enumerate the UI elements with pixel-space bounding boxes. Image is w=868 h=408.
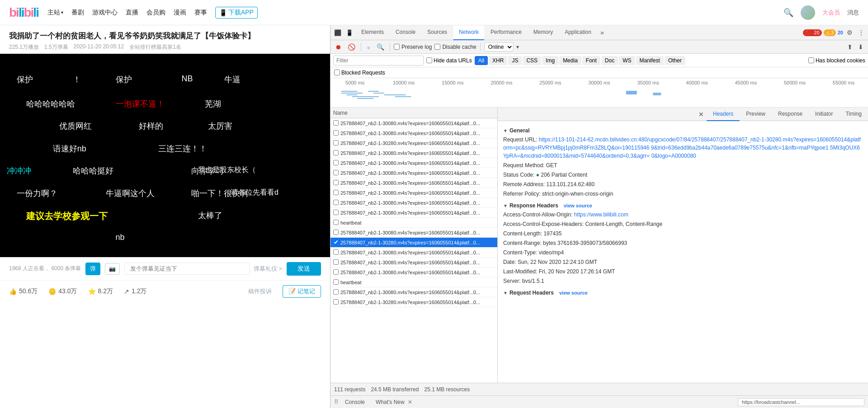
filter-type-media[interactable]: Media bbox=[559, 56, 581, 65]
video-player[interactable]: 保护！保护NB牛逼哈哈哈哈哈哈一泡课不逼！芜湖优质网红好样的太厉害语速好nb三连… bbox=[0, 54, 330, 257]
nav-esports[interactable]: 赛事 bbox=[194, 9, 207, 17]
tab-application[interactable]: Application bbox=[559, 25, 597, 40]
request-checkbox[interactable] bbox=[333, 210, 340, 216]
nav-live[interactable]: 直播 bbox=[126, 9, 138, 17]
request-checkbox[interactable] bbox=[333, 259, 340, 266]
filter-type-other[interactable]: Other bbox=[665, 56, 685, 65]
request-checkbox[interactable] bbox=[333, 279, 340, 286]
request-checkbox[interactable] bbox=[333, 299, 340, 305]
has-blocked-cookies-input[interactable] bbox=[808, 57, 814, 63]
filter-type-font[interactable]: Font bbox=[582, 56, 600, 65]
filter-type-js[interactable]: JS bbox=[508, 56, 522, 65]
request-row[interactable]: 257888407_nb2-1-30080.m4s?expires=160605… bbox=[330, 158, 497, 168]
has-blocked-cookies-checkbox[interactable]: Has blocked cookies bbox=[808, 57, 865, 64]
disable-cache-input[interactable] bbox=[434, 44, 440, 50]
request-checkbox[interactable] bbox=[333, 140, 340, 146]
filter-type-img[interactable]: Img bbox=[542, 56, 558, 65]
danmaku-toggle-button[interactable]: 弹 bbox=[85, 263, 100, 275]
view-source-button[interactable]: view source bbox=[564, 203, 592, 208]
request-row[interactable]: 257888407_nb2-1-30280.m4s?expires=160605… bbox=[330, 297, 497, 307]
danmaku-input[interactable] bbox=[124, 263, 250, 275]
danmaku-setting[interactable]: 弹幕礼仪 > bbox=[254, 265, 282, 273]
request-checkbox[interactable] bbox=[333, 160, 340, 166]
whats-new-close[interactable]: ✕ bbox=[408, 399, 412, 405]
search-network-button[interactable]: 🔍 bbox=[375, 42, 386, 52]
blocked-requests-checkbox[interactable]: Blocked Requests bbox=[334, 70, 385, 76]
hide-data-urls-checkbox[interactable]: Hide data URLs bbox=[426, 57, 472, 64]
nav-shop[interactable]: 会员购 bbox=[146, 9, 165, 17]
request-checkbox[interactable] bbox=[333, 120, 340, 127]
nav-home[interactable]: 主站▾ bbox=[47, 9, 63, 17]
request-row[interactable]: 257888407_nb2-1-30080.m4s?expires=160605… bbox=[330, 178, 497, 188]
nav-comic[interactable]: 漫画 bbox=[174, 9, 186, 17]
tab-sources[interactable]: Sources bbox=[422, 25, 453, 40]
filter-type-ws[interactable]: WS bbox=[619, 56, 635, 65]
more-tabs-button[interactable]: » bbox=[598, 29, 607, 36]
request-row[interactable]: 257888407_nb2-1-30080.m4s?expires=160605… bbox=[330, 208, 497, 218]
request-row[interactable]: 257888407_nb2-1-30080.m4s?expires=160605… bbox=[330, 148, 497, 158]
coin-button[interactable]: 🪙 43.0万 bbox=[48, 287, 77, 295]
export-button[interactable]: ⬇ bbox=[856, 42, 865, 52]
user-avatar[interactable] bbox=[801, 5, 815, 20]
share-button[interactable]: ↗ 1.2万 bbox=[124, 287, 146, 295]
more-options-button[interactable]: ⋮ bbox=[856, 28, 866, 37]
request-checkbox[interactable] bbox=[333, 269, 340, 276]
disable-cache-checkbox[interactable]: Disable cache bbox=[434, 44, 476, 50]
request-row[interactable]: 257888407_nb2-1-30080.m4s?expires=160605… bbox=[330, 258, 497, 267]
tab-response[interactable]: Response bbox=[772, 108, 809, 121]
request-row[interactable]: 257888407_nb2-1-30080.m4s?expires=160605… bbox=[330, 267, 497, 277]
filter-type-all[interactable]: All bbox=[475, 56, 488, 65]
tab-performance[interactable]: Performance bbox=[485, 25, 527, 40]
vip-button[interactable]: 大会员 bbox=[822, 9, 840, 17]
request-row[interactable]: heartbeat bbox=[330, 277, 497, 287]
request-checkbox[interactable] bbox=[333, 170, 340, 176]
record-button[interactable]: ⏺ bbox=[333, 42, 343, 52]
preserve-log-checkbox[interactable]: Preserve log bbox=[394, 44, 432, 50]
request-row[interactable]: 257888407_nb2-1-30080.m4s?expires=160605… bbox=[330, 168, 497, 178]
request-checkbox[interactable] bbox=[333, 150, 340, 156]
request-row[interactable]: 257888407_nb2-1-30080.m4s?expires=160605… bbox=[330, 228, 497, 238]
request-row[interactable]: 257888407_nb2-1-30080.m4s?expires=160605… bbox=[330, 118, 497, 128]
blocked-requests-input[interactable] bbox=[334, 70, 340, 75]
devtools-device-button[interactable]: 📱 bbox=[344, 28, 355, 37]
request-row[interactable]: 257888407_nb2-1-30080.m4s?expires=160605… bbox=[330, 198, 497, 208]
devtools-inspect-button[interactable]: ⬛ bbox=[332, 28, 343, 37]
settings-button[interactable]: ⚙ bbox=[845, 28, 854, 37]
request-checkbox[interactable] bbox=[333, 220, 340, 226]
request-row[interactable]: 257888407_nb2-1-30280.m4s?expires=160605… bbox=[330, 138, 497, 148]
tab-memory[interactable]: Memory bbox=[528, 25, 558, 40]
clear-button[interactable]: 🚫 bbox=[346, 42, 357, 52]
filter-input[interactable] bbox=[333, 56, 424, 66]
filter-type-xhr[interactable]: XHR bbox=[489, 56, 507, 65]
request-view-source-button[interactable]: view source bbox=[559, 290, 588, 295]
request-row[interactable]: 257888407_nb2-1-30080.m4s?expires=160605… bbox=[330, 128, 497, 138]
nav-download[interactable]: 📱 下载APP bbox=[215, 7, 258, 19]
tab-initiator[interactable]: Initiator bbox=[809, 108, 839, 121]
favorite-button[interactable]: ⭐ 8.2万 bbox=[88, 287, 113, 295]
drag-handle[interactable]: ⠿ bbox=[334, 399, 339, 405]
request-checkbox[interactable] bbox=[333, 190, 340, 196]
nav-bangumi[interactable]: 番剧 bbox=[71, 9, 84, 17]
report-button[interactable]: 稿件投诉 bbox=[248, 287, 272, 295]
request-checkbox[interactable] bbox=[333, 289, 340, 295]
hide-data-urls-input[interactable] bbox=[426, 57, 432, 63]
network-throttle-select[interactable]: Online bbox=[484, 42, 514, 52]
request-row[interactable]: 257888407_nb2-1-30080.m4s?expires=160605… bbox=[330, 248, 497, 258]
request-row[interactable]: 257888407_nb2-1-30280.m4s?expires=160605… bbox=[330, 238, 497, 248]
tab-elements[interactable]: Elements bbox=[356, 25, 389, 40]
nav-game[interactable]: 游戏中心 bbox=[92, 9, 118, 17]
bilibili-logo[interactable]: bilibili bbox=[9, 5, 38, 20]
request-row[interactable]: 257888407_nb2-1-30080.m4s?expires=160605… bbox=[330, 287, 497, 297]
request-row[interactable]: heartbeat bbox=[330, 218, 497, 228]
request-checkbox[interactable] bbox=[333, 239, 340, 246]
filter-type-doc[interactable]: Doc bbox=[601, 56, 618, 65]
request-checkbox[interactable] bbox=[333, 230, 340, 236]
whats-new-tab[interactable]: What's New ✕ bbox=[371, 398, 417, 406]
like-button[interactable]: 👍 50.6万 bbox=[9, 287, 38, 295]
send-button[interactable]: 发送 bbox=[287, 262, 321, 276]
message-button[interactable]: 消息 bbox=[847, 9, 859, 17]
screenshot-button[interactable]: 📷 bbox=[105, 263, 120, 275]
filter-type-css[interactable]: CSS bbox=[523, 56, 541, 65]
tab-network[interactable]: Network bbox=[453, 25, 484, 40]
tab-headers[interactable]: Headers bbox=[707, 108, 740, 121]
